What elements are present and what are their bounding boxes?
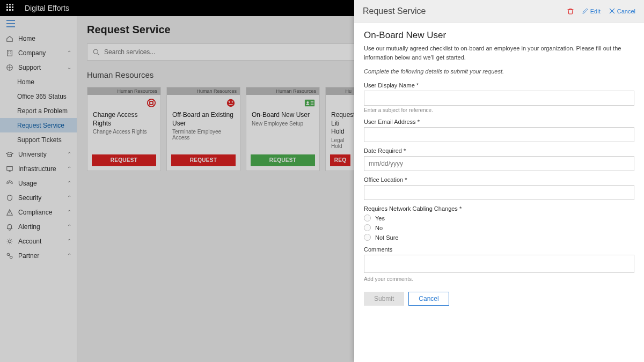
sidebar-item-compliance[interactable]: Compliance⌃ xyxy=(0,205,77,219)
chevron-down-icon: ⌄ xyxy=(67,64,71,70)
sidebar-item-infrastructure[interactable]: Infrastructure⌃ xyxy=(0,161,77,176)
security-icon xyxy=(5,194,14,202)
request-button[interactable]: REQUEST xyxy=(171,154,236,166)
sidebar-item-label: University xyxy=(18,151,67,158)
date-input[interactable] xyxy=(364,156,634,171)
home-icon xyxy=(5,34,14,43)
chevron-up-icon: ⌃ xyxy=(67,166,71,172)
card-subtitle: Terminate Employee Access xyxy=(172,129,235,141)
comments-hint: Add your comments. xyxy=(364,276,634,282)
apps-grid-icon[interactable] xyxy=(6,4,15,12)
radio-label: Yes xyxy=(375,215,385,221)
card-category: Human Resources xyxy=(87,87,160,95)
radio-icon xyxy=(364,215,371,221)
sidebar-item-university[interactable]: University⌃ xyxy=(0,147,77,161)
chevron-up-icon: ⌃ xyxy=(67,50,71,56)
svg-point-3 xyxy=(8,240,11,242)
alerting-icon xyxy=(5,223,14,231)
life-ring-icon xyxy=(87,95,160,111)
sidebar-subitem-report-a-problem[interactable]: Report a Problem xyxy=(0,104,77,118)
infra-icon xyxy=(5,165,14,173)
sidebar-item-alerting[interactable]: Alerting⌃ xyxy=(0,219,77,234)
card-subtitle: Change Access Rights xyxy=(93,129,155,135)
support-icon xyxy=(5,63,14,72)
search-icon xyxy=(93,49,100,56)
svg-point-11 xyxy=(232,102,233,103)
request-button[interactable]: REQ xyxy=(330,154,350,166)
submit-button[interactable]: Submit xyxy=(364,292,404,306)
card-icon xyxy=(326,95,355,111)
office-input[interactable] xyxy=(364,185,634,200)
card-subtitle: Legal Hold xyxy=(331,137,349,149)
form-description: Use our mutually agreed checklist to on-… xyxy=(364,44,634,62)
sidebar-subitem-office-365-status[interactable]: Office 365 Status xyxy=(0,89,77,104)
sidebar: HomeCompany⌃Support⌄HomeOffice 365 Statu… xyxy=(0,16,77,362)
sidebar-subitem-home[interactable]: Home xyxy=(0,75,77,89)
close-button[interactable]: Cancel xyxy=(609,8,635,14)
radio-option-not-sure[interactable]: Not Sure xyxy=(364,234,634,241)
sidebar-item-label: Company xyxy=(18,49,67,57)
radio-option-no[interactable]: No xyxy=(364,224,634,231)
cancel-button[interactable]: Cancel xyxy=(408,292,449,306)
svg-point-9 xyxy=(227,99,235,107)
date-label: Date Required * xyxy=(364,147,634,154)
radio-icon xyxy=(364,224,371,231)
sidebar-item-label: Usage xyxy=(18,180,67,187)
panel-title: Request Service xyxy=(363,6,567,16)
menu-toggle-button[interactable] xyxy=(0,16,77,31)
delete-button[interactable] xyxy=(567,8,574,14)
card-title: Request Liti Hold xyxy=(331,111,349,136)
sidebar-item-label: Infrastructure xyxy=(18,165,67,173)
sidebar-item-label: Account xyxy=(18,238,67,245)
sidebar-item-label: Alerting xyxy=(18,223,67,231)
display-name-input[interactable] xyxy=(364,91,634,106)
chevron-up-icon: ⌃ xyxy=(67,209,71,215)
sidebar-item-account[interactable]: Account⌃ xyxy=(0,234,77,248)
email-input[interactable] xyxy=(364,127,634,142)
sidebar-item-company[interactable]: Company⌃ xyxy=(0,46,77,60)
radio-label: No xyxy=(375,225,383,231)
card-subtitle: New Employee Setup xyxy=(252,121,314,127)
form-title: On-Board New User xyxy=(364,30,634,41)
svg-rect-2 xyxy=(7,166,13,170)
request-button[interactable]: REQUEST xyxy=(92,154,156,166)
office-label: Office Location * xyxy=(364,176,634,183)
company-icon xyxy=(5,49,14,57)
chevron-up-icon: ⌃ xyxy=(67,180,71,186)
sidebar-item-support[interactable]: Support⌄ xyxy=(0,60,77,75)
email-label: User Email Address * xyxy=(364,119,634,125)
trash-icon xyxy=(567,8,574,14)
svg-point-10 xyxy=(229,102,230,103)
svg-point-8 xyxy=(150,101,153,105)
university-icon xyxy=(5,150,14,159)
service-card: Human ResourcesOn-Board New UserNew Empl… xyxy=(246,87,320,171)
sidebar-subitem-support-tickets[interactable]: Support Tickets xyxy=(0,132,77,147)
service-card: Human ResourcesChange Access RightsChang… xyxy=(87,87,161,171)
compliance-icon xyxy=(5,208,14,217)
sidebar-subitem-request-service[interactable]: Request Service xyxy=(0,118,77,132)
sidebar-item-usage[interactable]: Usage⌃ xyxy=(0,176,77,190)
sidebar-item-security[interactable]: Security⌃ xyxy=(0,190,77,205)
card-title: Change Access Rights xyxy=(93,111,155,128)
form-instruction: Complete the following details to submit… xyxy=(364,68,634,75)
sidebar-item-label: Support xyxy=(18,64,67,71)
cabling-label: Requires Network Cabling Changes * xyxy=(364,205,634,212)
card-title: On-Board New User xyxy=(252,111,314,120)
comments-label: Comments xyxy=(364,246,634,253)
sidebar-item-partner[interactable]: Partner⌃ xyxy=(0,248,77,263)
close-icon xyxy=(609,8,615,14)
comments-input[interactable] xyxy=(364,255,634,273)
card-category: Human Resources xyxy=(167,87,240,95)
card-category: Hu xyxy=(326,87,355,95)
svg-rect-0 xyxy=(8,50,12,56)
edit-button[interactable]: Edit xyxy=(582,8,601,14)
radio-option-yes[interactable]: Yes xyxy=(364,215,634,221)
svg-point-4 xyxy=(7,253,9,255)
display-name-label: User Display Name * xyxy=(364,82,634,88)
radio-icon xyxy=(364,234,371,241)
chevron-up-icon: ⌃ xyxy=(67,195,71,201)
usage-icon xyxy=(5,179,14,188)
service-card: Human ResourcesOff-Board an Existing Use… xyxy=(166,87,240,171)
request-button[interactable]: REQUEST xyxy=(251,154,315,166)
sidebar-item-home[interactable]: Home xyxy=(0,31,77,46)
